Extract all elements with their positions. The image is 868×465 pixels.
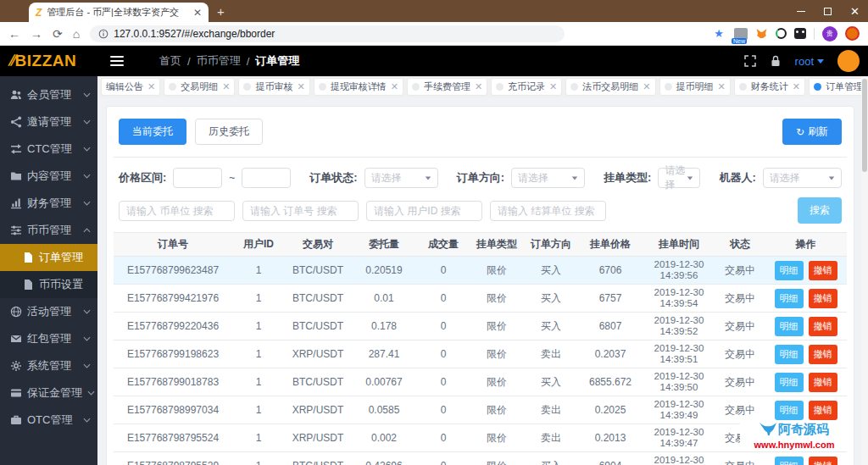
bookmark-star-icon[interactable]: ★ [714,27,724,40]
tag-tab-编辑公告[interactable]: 编辑公告✕ [101,78,160,96]
order-type-label: 挂单类型: [604,170,651,185]
tag-tab-订单管理[interactable]: 订单管理✕ [809,78,868,96]
chevron-down-icon [83,147,91,152]
page-scrollbar[interactable] [861,76,868,465]
opened-tags-bar: 编辑公告✕交易明细✕提币审核✕提现审核详情✕手续费管理✕充币记录✕法币交易明细✕… [97,76,868,97]
cancel-button[interactable]: 撤销 [809,401,837,420]
column-header: 委托量 [351,233,417,257]
reload-button[interactable]: ⟳ [53,28,63,40]
order-no-search-input[interactable] [242,201,359,221]
order-direction-select[interactable]: 请选择 [511,168,585,188]
sidebar-item-ctc[interactable]: CTC管理 [0,136,97,163]
search-button[interactable]: 搜索 [798,197,842,224]
user-dropdown[interactable]: root [795,55,824,68]
tag-tab-手续费管理[interactable]: 手续费管理✕ [407,78,487,96]
user-id-search-input[interactable] [366,201,482,221]
info-icon[interactable] [98,29,108,39]
browser-menu-button[interactable] [845,26,860,41]
watermark-url: www.hnymwl.com [740,440,849,450]
sidebar-item-invite[interactable]: 邀请管理 [0,108,97,136]
user-avatar[interactable] [837,50,860,72]
current-orders-button[interactable]: 当前委托 [119,119,186,145]
order-type-select[interactable]: 请选择 [658,168,700,188]
tab-close-icon[interactable]: ✕ [193,8,202,18]
sidebar-item-otc[interactable]: OTC管理 [0,407,97,434]
tag-close-icon[interactable]: ✕ [643,81,650,92]
refresh-button[interactable]: ↻刷新 [782,119,842,145]
detail-button[interactable]: 明细 [775,261,804,280]
home-button[interactable]: ⌂ [73,28,80,40]
sidebar-item-finance[interactable]: 财务管理 [0,190,97,217]
fullscreen-icon[interactable] [744,55,756,67]
new-tab-button[interactable]: + [217,4,225,19]
tag-tab-交易明细[interactable]: 交易明细✕ [164,78,235,96]
tag-close-icon[interactable]: ✕ [391,81,398,92]
tag-close-icon[interactable]: ✕ [549,81,557,92]
browser-tab[interactable]: Z 管理后台 - 币严|全球数字资产交 ✕ [29,3,209,22]
extension-dark-icon[interactable] [794,28,806,39]
robot-select[interactable]: 请选择 [763,168,842,188]
tag-tab-提币明细[interactable]: 提币明细✕ [659,78,731,96]
extension-new-icon[interactable]: New [734,28,748,40]
tag-tab-提现审核详情[interactable]: 提现审核详情✕ [314,78,403,96]
sidebar-item-member[interactable]: 会员管理 [0,81,97,108]
site-favicon-icon: Z [36,7,42,19]
cancel-button[interactable]: 撤销 [809,457,837,465]
sidebar-item-content[interactable]: 内容管理 [0,163,97,190]
sidebar-item-coin-setting[interactable]: 币币设置 [0,271,97,298]
detail-button[interactable]: 明细 [775,373,804,392]
detail-button[interactable]: 明细 [775,457,804,465]
tag-close-icon[interactable]: ✕ [475,81,482,92]
forward-button[interactable]: → [31,28,42,40]
cancel-button[interactable]: 撤销 [809,289,837,308]
tag-tab-提币审核[interactable]: 提币审核✕ [238,78,309,96]
detail-button[interactable]: 明细 [775,289,804,308]
sidebar-item-redpacket[interactable]: 红包管理 [0,325,97,352]
window-minimize-button[interactable] [797,11,805,12]
price-min-input[interactable] [173,168,222,188]
breadcrumb-home[interactable]: 首页 [159,53,181,69]
history-orders-button[interactable]: 历史委托 [195,119,263,145]
coin-unit-search-input[interactable] [119,201,235,221]
window-maximize-button[interactable] [824,8,832,15]
detail-button[interactable]: 明细 [775,345,804,364]
window-close-button[interactable]: ✕ [850,6,860,17]
sidebar-item-exchange[interactable]: 币币管理 [0,217,97,244]
table-row: E1577687992204361BTC/USDT0.1780限价买入68072… [114,313,847,340]
lock-icon[interactable] [770,55,782,67]
detail-button[interactable]: 明细 [775,401,804,420]
tag-close-icon[interactable]: ✕ [222,81,230,92]
tag-tab-法币交易明细[interactable]: 法币交易明细✕ [565,78,655,96]
address-bar[interactable]: 127.0.0.1:9527/#/exchange/bborder [90,25,565,42]
sidebar-item-system[interactable]: 系统管理 [0,352,97,379]
status-text: 交易中 [715,285,765,313]
page-content: 当前委托 历史委托 ↻刷新 价格区间: ~ 订单状态: 请选择 订单方向: 请选… [97,97,868,465]
extension-ring-icon[interactable] [776,28,787,39]
cancel-button[interactable]: 撤销 [809,317,837,336]
browser-profile-avatar[interactable]: 贵 [822,26,837,42]
tag-tab-充币记录[interactable]: 充币记录✕ [491,78,562,96]
back-button[interactable]: ← [8,28,20,40]
cancel-button[interactable]: 撤销 [809,345,837,364]
sliders-icon [10,224,22,236]
cancel-button[interactable]: 撤销 [809,261,837,280]
tag-close-icon[interactable]: ✕ [147,81,155,92]
app-logo[interactable]: ⫽ BIZZAN [0,52,100,70]
sidebar-item-margin[interactable]: 保证金管理 [0,379,97,407]
tag-close-icon[interactable]: ✕ [297,81,304,92]
tag-tab-财务统计[interactable]: 财务统计✕ [734,78,805,96]
breadcrumb: 首页 / 币币管理 / 订单管理 [159,53,299,69]
breadcrumb-module[interactable]: 币币管理 [197,53,241,69]
collapse-menu-icon[interactable] [110,56,124,66]
metamask-icon[interactable] [755,28,768,40]
cancel-button[interactable]: 撤销 [809,373,837,392]
sidebar-item-order[interactable]: 订单管理 [0,244,97,271]
tag-close-icon[interactable]: ✕ [793,81,800,92]
detail-button[interactable]: 明细 [775,317,804,336]
order-status-select[interactable]: 请选择 [364,168,438,188]
price-max-input[interactable] [242,168,291,188]
tag-close-icon[interactable]: ✕ [718,81,726,92]
settle-unit-search-input[interactable] [490,201,606,221]
scrollbar-thumb[interactable] [862,79,867,172]
sidebar-item-activity[interactable]: 活动管理 [0,298,97,325]
